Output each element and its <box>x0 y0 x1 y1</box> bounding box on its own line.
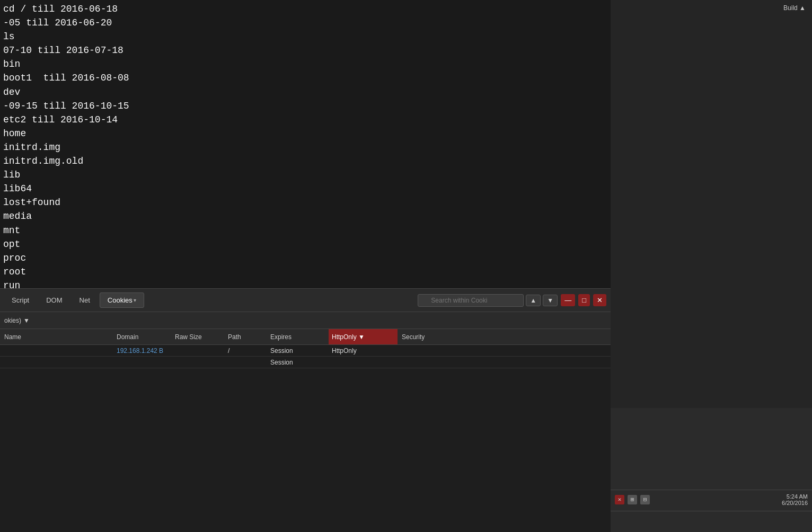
terminal-line: dev <box>3 85 607 99</box>
terminal-line: media <box>3 209 607 223</box>
col-header-domain[interactable]: Domain <box>117 333 175 341</box>
col-header-path[interactable]: Path <box>228 333 270 341</box>
search-wrapper: 🔍 <box>418 294 524 307</box>
terminal-line: ls <box>3 30 607 43</box>
tab-net[interactable]: Net <box>72 293 98 307</box>
col-header-httponly[interactable]: HttpOnly ▼ <box>329 329 398 344</box>
devtools-toolbar: Script DOM Net Cookies ▾ 🔍 ▲ ▼ — □ ✕ <box>0 288 611 312</box>
cookie-httponly <box>329 357 398 368</box>
col-header-security[interactable]: Security <box>398 333 451 341</box>
close-button[interactable]: ✕ <box>593 294 606 306</box>
cookie-expires: Session <box>270 347 329 354</box>
terminal-line: cd / till 2016-06-18 <box>3 2 607 16</box>
terminal-line: 07-10 till 2016-07-18 <box>3 43 607 57</box>
cookie-path: / <box>228 347 270 354</box>
cookie-row[interactable]: Session <box>0 357 611 368</box>
icon-strip: ✕ ⊞ ⊟ 5:24 AM 6/20/2016 <box>611 490 812 509</box>
terminal-line: opt <box>3 237 607 251</box>
terminal-line: mnt <box>3 224 607 237</box>
terminal-line: -09-15 till 2016-10-15 <box>3 99 607 113</box>
cookie-row[interactable]: 192.168.1.242 B / Session HttpOnly <box>0 345 611 357</box>
filter-dropdown-icon: ▼ <box>23 317 30 324</box>
terminal-line: home <box>3 127 607 140</box>
filter-label: okies) ▼ <box>4 317 30 324</box>
strip-icon-grid[interactable]: ⊞ <box>628 495 637 504</box>
terminal-line: proc <box>3 251 607 265</box>
terminal-line: boot1 till 2016-08-08 <box>3 71 607 85</box>
tab-script[interactable]: Script <box>4 293 37 307</box>
col-header-expires[interactable]: Expires <box>270 333 329 341</box>
col-header-rawsize[interactable]: Raw Size <box>175 333 228 341</box>
terminal-line: lib64 <box>3 182 607 196</box>
cookies-rows: 192.168.1.242 B / Session HttpOnly Sessi… <box>0 345 611 368</box>
terminal-line: root <box>3 265 607 279</box>
search-input[interactable] <box>418 294 524 307</box>
time-value: 5:24 AM <box>782 493 808 500</box>
tab-cookies[interactable]: Cookies ▾ <box>100 292 144 308</box>
dropdown-arrow-icon: ▾ <box>134 297 136 303</box>
terminal-line: lost+found <box>3 196 607 209</box>
strip-icon-close[interactable]: ✕ <box>615 495 624 504</box>
cookie-httponly: HttpOnly <box>329 345 398 356</box>
status-bar <box>611 511 812 532</box>
restore-button[interactable]: □ <box>578 294 590 306</box>
terminal-line: initrd.img.old <box>3 154 607 168</box>
time-display: 5:24 AM 6/20/2016 <box>782 493 808 506</box>
date-value: 6/20/2016 <box>782 500 808 506</box>
terminal-line: -05 till 2016-06-20 <box>3 16 607 30</box>
terminal-line: initrd.img <box>3 140 607 154</box>
cookies-table-header: Name Domain Raw Size Path Expires HttpOn… <box>0 329 611 345</box>
terminal-line: bin <box>3 57 607 71</box>
strip-icon-restore[interactable]: ⊟ <box>640 495 650 504</box>
tab-dom[interactable]: DOM <box>39 293 69 307</box>
terminal-line: lib <box>3 168 607 182</box>
search-box: 🔍 ▲ ▼ — □ ✕ <box>418 294 606 307</box>
col-header-name[interactable]: Name <box>0 333 117 341</box>
terminal-line: etc2 till 2016-10-14 <box>3 113 607 127</box>
minimize-button[interactable]: — <box>561 294 575 306</box>
search-up-button[interactable]: ▲ <box>526 295 541 306</box>
cookie-domain: 192.168.1.242 B <box>117 347 175 354</box>
build-label[interactable]: Build ▲ <box>783 4 806 12</box>
search-down-button[interactable]: ▼ <box>543 295 558 306</box>
cookie-expires: Session <box>270 359 329 366</box>
cookies-filter-bar: okies) ▼ <box>0 312 611 329</box>
cookies-section: okies) ▼ Name Domain Raw Size Path Expir… <box>0 312 611 532</box>
build-area: Build ▲ <box>611 0 812 408</box>
